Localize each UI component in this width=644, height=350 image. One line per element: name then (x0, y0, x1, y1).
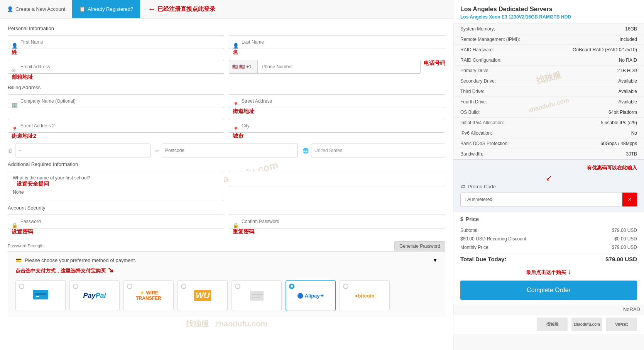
promo-section: 有优惠码可以在此输入 ↙ 🏷 Promo Code × (453, 159, 644, 211)
security-none: None (13, 188, 219, 197)
spec-label: IPv6 Allocation: (453, 128, 546, 139)
promo-input-row: × (460, 193, 637, 206)
payment-option-bitcoin[interactable]: ●bitcoin (340, 280, 390, 311)
price-row: Subtotal:$79.00 USD (460, 226, 637, 235)
password-strength-row: Password Strength: Generate Password (8, 239, 445, 251)
price-value: $79.00 USD (612, 245, 637, 250)
arrow-right-icon: ← (148, 5, 156, 14)
user-icon-first: 👤 (12, 43, 18, 49)
password-input[interactable] (8, 215, 224, 228)
spec-value: Available (546, 97, 644, 107)
company-input[interactable] (8, 94, 224, 108)
user-icon: 👤 (7, 6, 13, 12)
street-annotation: 街道地址 (233, 108, 254, 114)
first-name-col: 👤 姓 (8, 35, 224, 56)
login-annotation: ← 已经注册直接点此登录 (148, 5, 215, 14)
street2-col: 📍 街道地址2 (8, 119, 224, 140)
spec-value: Available (546, 76, 644, 86)
promo-delete-button[interactable]: × (622, 193, 637, 206)
complete-order-button[interactable]: Complete Order (460, 281, 637, 300)
phone-row: 🇺🇸 🇺🇸 +1 - 电话号码 (229, 60, 445, 74)
street-input[interactable] (229, 94, 445, 108)
security-answer-box (229, 171, 445, 186)
state-input[interactable] (15, 144, 150, 157)
payment-header[interactable]: 💳 Please choose your preferred method of… (15, 257, 438, 263)
price-rows: Subtotal:$79.00 USD$80.00 USD Recurring … (460, 226, 637, 264)
logo-zhaodufu: 找独服 (537, 318, 568, 331)
price-label: $80.00 USD Recurring Discount: (460, 236, 527, 242)
spec-value: 64bit Platform (546, 107, 644, 118)
street2-input[interactable] (8, 119, 224, 133)
spec-value: Included (546, 34, 644, 45)
promo-annotation: 有优惠码可以在此输入 (460, 164, 637, 171)
spec-table: System Memory:16GBRemote Management (IPM… (453, 24, 644, 159)
country-input[interactable] (311, 144, 445, 157)
price-section: $ Price Subtotal:$79.00 USD$80.00 USD Re… (453, 211, 644, 304)
promo-code-input[interactable] (460, 193, 622, 206)
additional-title: Additional Required Information (8, 161, 445, 167)
spec-row: Bandwidth:30TB (453, 149, 644, 159)
price-section-title: $ Price (460, 216, 637, 222)
security-annotation: 设置安全提问 (17, 181, 49, 187)
email-col: ✉ 邮箱地址 (8, 60, 224, 81)
phone-input[interactable] (257, 60, 421, 74)
first-name-annotation: 姓 (12, 49, 17, 55)
promo-title: 🏷 Promo Code (460, 184, 637, 189)
tab-registered-label: Already Registered? (88, 6, 133, 12)
first-name-input[interactable] (8, 35, 224, 49)
spec-label: RAID Configuration: (453, 55, 546, 66)
company-col: 🏢 (8, 94, 224, 115)
city-icon: 📍 (233, 127, 239, 132)
tab-already-registered[interactable]: 📋 Already Registered? (72, 0, 140, 18)
spec-row: System Memory:16GB (453, 24, 644, 34)
payment-option-wu[interactable]: WU (177, 280, 228, 311)
spec-row: RAID Configuration:No RAID (453, 55, 644, 66)
payment-option-check[interactable] (232, 280, 282, 311)
wu-icon: WU (194, 291, 211, 301)
price-value: $79.00 USD (612, 228, 637, 233)
last-name-input[interactable] (229, 35, 445, 49)
bottom-logos: 找独服 zhaodufu.com VIPDC (453, 314, 644, 334)
lock2-icon: 🔒 (233, 222, 239, 228)
sidebar: Los Angeles Dedicated Servers Los Angele… (453, 0, 644, 350)
payment-option-cc[interactable] (15, 280, 66, 311)
billing-section: Billing Address 🏢 📍 街道地址 📍 街道地址2 (8, 85, 445, 157)
spec-value: 5 usable IPs (/29) (546, 118, 644, 128)
billing-row3: 🗑 ✏ 🌐 (8, 144, 445, 157)
spec-row: Third Drive:Available (453, 86, 644, 97)
tab-create-account[interactable]: 👤 Create a New Account (0, 0, 72, 18)
security-question-box: What is the name of your first school? 设… (8, 171, 224, 201)
arrow-down2-icon: ↓ (568, 267, 571, 276)
payment-option-wire[interactable]: ⚡ WIRETRANSFER (123, 280, 174, 311)
password-row: 🔒 设置密码 🔒 重复密码 (8, 215, 445, 235)
sidebar-subtitle: Los Angeles Xeon E3 1230V2/16GB RAM/2TB … (460, 14, 637, 20)
city-col: 📍 城市 (229, 119, 445, 140)
postcode-input[interactable] (162, 144, 298, 157)
spec-table-container: 找独服 zhaodufu.com System Memory:16GBRemot… (453, 24, 644, 159)
arrow-down-icon: ↘ (107, 265, 114, 274)
price-value: $79.00 USD (605, 256, 637, 262)
city-input[interactable] (229, 119, 445, 133)
payment-option-alipay[interactable]: 🔵 Alipay✦ (286, 280, 336, 311)
payment-option-paypal[interactable]: PayPal (69, 280, 120, 311)
wire-icon: ⚡ WIRETRANSFER (136, 290, 161, 301)
spec-label: Basic DDoS Protection: (453, 139, 546, 149)
confirm-password-col: 🔒 重复密码 (229, 215, 445, 235)
confirm-password-input[interactable] (229, 215, 445, 228)
street-col: 📍 街道地址 (229, 94, 445, 115)
clipboard-icon: 📋 (79, 6, 85, 12)
svg-rect-2 (36, 296, 39, 297)
spec-label: Fourth Drive: (453, 97, 546, 107)
norad-text: NoRAD (453, 304, 644, 314)
lock-icon: 🔒 (12, 222, 18, 228)
spec-label: Third Drive: (453, 86, 546, 97)
email-input[interactable] (8, 60, 224, 74)
spec-label: RAID Hardware: (453, 45, 546, 55)
spec-label: Bandwidth: (453, 149, 546, 159)
spec-label: Primary Drive: (453, 66, 546, 76)
security-title: Account Security (8, 205, 445, 211)
logo-zhaodufu-com: zhaodufu.com (571, 318, 602, 331)
form-area: 找独服 zhaodufu.com Personal Information 👤 … (0, 19, 453, 338)
flag-icon: 🇺🇸 (232, 64, 238, 69)
generate-password-button[interactable]: Generate Password (394, 241, 445, 251)
